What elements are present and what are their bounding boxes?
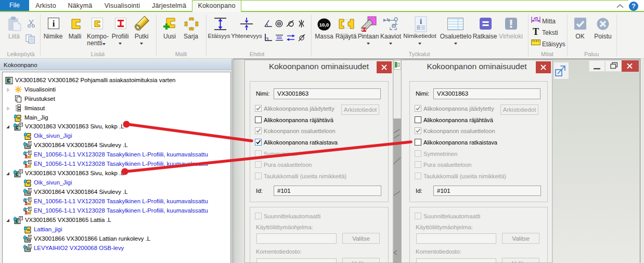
svg-text:45: 45 [534,16,538,21]
svg-text:10,0: 10,0 [319,22,329,28]
svg-text:i: i [53,19,55,29]
svg-text:i: i [420,17,422,25]
